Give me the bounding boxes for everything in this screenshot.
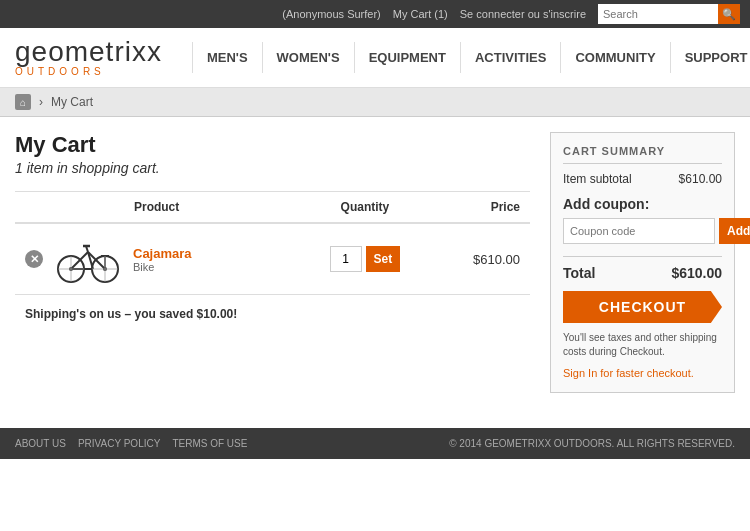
- main-content: My Cart 1 item in shopping cart. Product…: [0, 117, 750, 408]
- subtotal-value: $610.00: [679, 172, 722, 186]
- checkout-button[interactable]: CHECKOUT: [563, 291, 722, 323]
- subtotal-row: Item subtotal $610.00: [563, 172, 722, 186]
- subtotal-label: Item subtotal: [563, 172, 632, 186]
- remove-button[interactable]: ✕: [25, 250, 43, 268]
- brand-name: geometrixx: [15, 38, 162, 66]
- total-value: $610.00: [671, 265, 722, 281]
- cart-link[interactable]: My Cart (1): [393, 8, 448, 20]
- login-link[interactable]: Se connecter ou s'inscrire: [460, 8, 586, 20]
- nav-activities[interactable]: ACTIVITIES: [461, 42, 562, 73]
- brand-sub: OUTDOORS: [15, 66, 162, 77]
- quantity-cell: Set: [298, 223, 431, 295]
- footer-copyright: © 2014 GEOMETRIXX OUTDOORS. ALL RIGHTS R…: [449, 438, 735, 449]
- cart-table: Product Quantity Price ✕: [15, 191, 530, 295]
- col-quantity: Quantity: [298, 192, 431, 224]
- nav-womens[interactable]: WOMEN'S: [263, 42, 355, 73]
- product-info: Cajamara Bike: [133, 246, 192, 273]
- nav-equipment[interactable]: EQUIPMENT: [355, 42, 461, 73]
- cart-subtitle: 1 item in shopping cart.: [15, 160, 530, 176]
- footer: ABOUT US PRIVACY POLICY TERMS OF USE © 2…: [0, 428, 750, 459]
- checkout-note: You'll see taxes and other shipping cost…: [563, 331, 722, 359]
- header: geometrixx OUTDOORS MEN'S WOMEN'S EQUIPM…: [0, 28, 750, 88]
- nav-support[interactable]: SUPPORT: [671, 42, 750, 73]
- footer-about[interactable]: ABOUT US: [15, 438, 66, 449]
- nav-mens[interactable]: MEN'S: [192, 42, 263, 73]
- product-cell: ✕: [25, 234, 288, 284]
- search-input[interactable]: [598, 4, 718, 24]
- breadcrumb-separator: ›: [39, 95, 43, 109]
- home-icon[interactable]: ⌂: [15, 94, 31, 110]
- breadcrumb-current: My Cart: [51, 95, 93, 109]
- coupon-title: Add coupon:: [563, 196, 722, 212]
- price-cell: $610.00: [432, 223, 530, 295]
- signin-link[interactable]: Sign In for faster checkout.: [563, 367, 694, 379]
- cart-summary: CART SUMMARY Item subtotal $610.00 Add c…: [550, 132, 735, 393]
- footer-terms[interactable]: TERMS OF USE: [172, 438, 247, 449]
- logo: geometrixx OUTDOORS: [15, 38, 162, 77]
- coupon-input[interactable]: [563, 218, 715, 244]
- product-type: Bike: [133, 261, 192, 273]
- set-button[interactable]: Set: [366, 246, 401, 272]
- cart-area: My Cart 1 item in shopping cart. Product…: [15, 132, 530, 333]
- product-name[interactable]: Cajamara: [133, 246, 192, 261]
- add-coupon-button[interactable]: Add: [719, 218, 750, 244]
- footer-links: ABOUT US PRIVACY POLICY TERMS OF USE: [15, 438, 247, 449]
- coupon-wrap: Add: [563, 218, 722, 244]
- footer-privacy[interactable]: PRIVACY POLICY: [78, 438, 160, 449]
- svg-line-4: [71, 252, 88, 269]
- col-price: Price: [432, 192, 530, 224]
- summary-title: CART SUMMARY: [563, 145, 722, 164]
- cart-title: My Cart: [15, 132, 530, 158]
- user-label: (Anonymous Surfer): [282, 8, 380, 20]
- search-wrap: 🔍: [598, 4, 740, 24]
- qty-wrap: Set: [308, 246, 421, 272]
- product-image: [53, 234, 123, 284]
- quantity-input[interactable]: [330, 246, 362, 272]
- total-row: Total $610.00: [563, 256, 722, 281]
- search-button[interactable]: 🔍: [718, 4, 740, 24]
- main-nav: MEN'S WOMEN'S EQUIPMENT ACTIVITIES COMMU…: [192, 42, 750, 73]
- top-bar: (Anonymous Surfer) My Cart (1) Se connec…: [0, 0, 750, 28]
- shipping-note: Shipping's on us – you saved $10.00!: [15, 295, 530, 333]
- col-product: Product: [15, 192, 298, 224]
- breadcrumb: ⌂ › My Cart: [0, 88, 750, 117]
- total-label: Total: [563, 265, 595, 281]
- table-row: ✕: [15, 223, 530, 295]
- nav-community[interactable]: COMMUNITY: [561, 42, 670, 73]
